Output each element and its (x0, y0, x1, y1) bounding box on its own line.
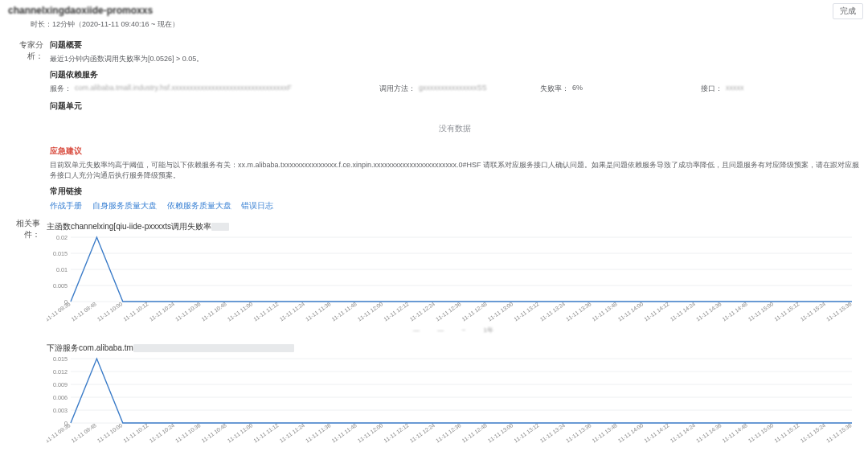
svg-text:11-11 12:24: 11-11 12:24 (408, 422, 436, 444)
expert-section: 专家分析： 问题概要 最近1分钟内函数调用失败率为[0.0526] > 0.05… (0, 35, 868, 213)
dep-method-key: 调用方法 (379, 84, 416, 94)
svg-text:11-11 13:00: 11-11 13:00 (487, 301, 514, 322)
svg-text:11-11 11:00: 11-11 11:00 (227, 422, 254, 444)
links-row: 作战手册 自身服务质量大盘 依赖服务质量大盘 错误日志 (50, 200, 860, 211)
header-row: channelxingdaoxiide-promoxxs (0, 0, 868, 19)
svg-text:11-11 15:12: 11-11 15:12 (773, 422, 800, 444)
duration-text: 时长：12分钟（2020-11-11 09:40:16 ~ 现在） (0, 19, 868, 35)
link-self-dash[interactable]: 自身服务质量大盘 (92, 201, 157, 210)
svg-text:11-11 11:48: 11-11 11:48 (330, 422, 358, 444)
svg-text:11-11 10:24: 11-11 10:24 (148, 301, 175, 322)
dep-service-key: 服务 (50, 84, 72, 94)
svg-text:11-11 14:12: 11-11 14:12 (643, 422, 670, 444)
svg-text:11-11 14:36: 11-11 14:36 (695, 301, 723, 322)
svg-text:11-11 13:24: 11-11 13:24 (538, 301, 566, 322)
svg-text:11-11 12:00: 11-11 12:00 (357, 301, 384, 322)
svg-text:11-11 14:48: 11-11 14:48 (721, 422, 748, 444)
svg-text:11-11 15:24: 11-11 15:24 (799, 301, 826, 322)
chart2-title: 下游服务com.alibaba.tm (47, 343, 860, 354)
chart1-legend: — — ~ 1年 (47, 324, 860, 336)
svg-text:11-11 10:36: 11-11 10:36 (174, 301, 202, 322)
svg-text:11-11 11:12: 11-11 11:12 (252, 301, 280, 322)
svg-text:11-11 11:48: 11-11 11:48 (330, 301, 358, 322)
svg-text:11-11 09:36: 11-11 09:36 (47, 422, 72, 444)
svg-text:11-11 12:36: 11-11 12:36 (435, 301, 462, 322)
related-label: 相关事件： (8, 216, 40, 452)
unit-heading: 问题单元 (50, 101, 860, 112)
legend-item[interactable]: — (437, 326, 444, 334)
svg-text:11-11 15:00: 11-11 15:00 (747, 422, 775, 444)
svg-text:11-11 14:00: 11-11 14:00 (617, 422, 645, 444)
svg-text:11-11 13:36: 11-11 13:36 (565, 301, 592, 322)
expert-label: 专家分析： (8, 38, 43, 211)
svg-text:0.006: 0.006 (53, 394, 68, 401)
svg-text:11-11 09:36: 11-11 09:36 (47, 301, 72, 322)
svg-text:11-11 10:12: 11-11 10:12 (122, 301, 149, 322)
dep-method-cell: 调用方法 gxxxxxxxxxxxxxxxSS (379, 84, 540, 94)
svg-text:11-11 12:12: 11-11 12:12 (383, 422, 410, 444)
svg-text:0.02: 0.02 (56, 234, 68, 241)
svg-text:11-11 13:48: 11-11 13:48 (591, 301, 618, 322)
links-heading: 常用链接 (50, 186, 860, 197)
related-section: 相关事件： 主函数channelxing[qiu-iide-pxxxxts调用失… (0, 213, 868, 454)
svg-text:11-11 11:24: 11-11 11:24 (278, 422, 305, 444)
svg-text:11-11 09:48: 11-11 09:48 (70, 301, 97, 322)
svg-text:11-11 14:00: 11-11 14:00 (617, 301, 645, 322)
svg-text:11-11 12:48: 11-11 12:48 (461, 422, 488, 444)
dep-iface-val: xxxxx (726, 84, 744, 94)
chart2-svg: 00.0030.0060.0090.0120.01511-11 09:3611-… (47, 355, 857, 445)
link-dep-dash[interactable]: 依赖服务质量大盘 (167, 201, 231, 210)
svg-text:11-11 13:48: 11-11 13:48 (591, 422, 618, 444)
svg-text:0.003: 0.003 (53, 407, 68, 414)
dep-fail-cell: 失败率 6% (540, 84, 701, 94)
svg-text:11-11 11:24: 11-11 11:24 (278, 301, 305, 322)
svg-text:11-11 13:00: 11-11 13:00 (487, 422, 514, 444)
svg-text:11-11 15:24: 11-11 15:24 (799, 422, 826, 444)
dep-service-cell: 服务 com.alibaba.tmall.industry.hsf.xxxxxx… (50, 84, 379, 94)
dep-iface-key: 接口 (701, 84, 723, 94)
link-error-log[interactable]: 错误日志 (241, 201, 273, 210)
svg-text:11-11 10:36: 11-11 10:36 (174, 422, 202, 444)
dep-iface-cell: 接口 xxxxx (701, 84, 797, 94)
svg-text:11-11 14:24: 11-11 14:24 (669, 301, 696, 322)
dep-fail-key: 失败率 (540, 84, 569, 94)
svg-text:11-11 14:48: 11-11 14:48 (721, 301, 748, 322)
svg-text:11-11 14:24: 11-11 14:24 (669, 422, 696, 444)
legend-item[interactable]: 1年 (483, 326, 493, 334)
chart2-block: 下游服务com.alibaba.tm 00.0030.0060.0090.012… (47, 343, 860, 445)
overview-text: 最近1分钟内函数调用失败率为[0.0526] > 0.05。 (50, 54, 860, 64)
svg-text:11-11 11:00: 11-11 11:00 (227, 301, 254, 322)
nodata-text: 没有数据 (50, 115, 860, 144)
svg-text:11-11 13:12: 11-11 13:12 (513, 301, 540, 322)
complete-button[interactable]: 完成 (833, 3, 863, 19)
svg-text:11-11 10:00: 11-11 10:00 (96, 422, 124, 444)
chart1-svg: 00.0050.010.0150.0211-11 09:3611-11 09:4… (47, 234, 857, 324)
svg-text:0.015: 0.015 (53, 250, 68, 257)
svg-text:11-11 15:36: 11-11 15:36 (825, 301, 853, 322)
dep-fail-val: 6% (572, 84, 583, 94)
svg-text:11-11 12:36: 11-11 12:36 (435, 422, 462, 444)
page-title: channelxingdaoxiide-promoxxs (8, 5, 153, 16)
svg-text:0.015: 0.015 (53, 355, 68, 363)
svg-text:11-11 11:36: 11-11 11:36 (305, 301, 332, 322)
svg-text:11-11 12:00: 11-11 12:00 (357, 422, 384, 444)
svg-text:11-11 12:48: 11-11 12:48 (461, 301, 488, 322)
svg-text:11-11 15:36: 11-11 15:36 (825, 422, 853, 444)
chart1-block: 主函数channelxing[qiu-iide-pxxxxts调用失败率 00.… (47, 221, 860, 336)
legend-item[interactable]: ~ (462, 326, 466, 334)
svg-text:0.01: 0.01 (56, 266, 68, 273)
link-manual[interactable]: 作战手册 (50, 201, 82, 210)
svg-text:11-11 12:12: 11-11 12:12 (383, 301, 410, 322)
dep-row: 服务 com.alibaba.tmall.industry.hsf.xxxxxx… (50, 84, 860, 94)
emergency-heading: 应急建议 (50, 146, 860, 157)
svg-text:11-11 10:48: 11-11 10:48 (200, 422, 227, 444)
svg-text:11-11 13:36: 11-11 13:36 (565, 422, 592, 444)
svg-text:11-11 11:12: 11-11 11:12 (252, 422, 280, 444)
svg-text:11-11 15:00: 11-11 15:00 (747, 301, 775, 322)
emergency-body: 目前双单元失败率均高于阈值，可能与以下依赖服务有关：xx.m.alibaba.t… (50, 160, 860, 181)
legend-item[interactable]: — (413, 326, 420, 334)
chart1-title: 主函数channelxing[qiu-iide-pxxxxts调用失败率 (47, 221, 860, 232)
svg-text:11-11 10:12: 11-11 10:12 (122, 422, 149, 444)
svg-text:11-11 10:24: 11-11 10:24 (148, 422, 175, 444)
svg-text:11-11 13:12: 11-11 13:12 (513, 422, 540, 444)
